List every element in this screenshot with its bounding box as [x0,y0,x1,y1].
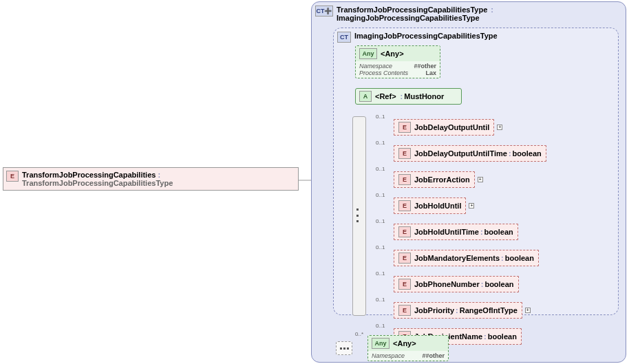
element-name: JobDelayOutputUntil [414,123,489,131]
bottom-any-ns-label: Namespace [372,352,405,359]
ct-inner-badge: CT [337,32,351,43]
element-row: 0..1EJobErrorAction+ [394,171,546,188]
expand-icon[interactable]: + [497,125,502,130]
ct-base: ImagingJobProcessingCapabilitiesType [337,14,480,22]
element-badge: E [398,305,411,316]
element-type: boolean [513,149,542,158]
bottom-occurs: 0..* [355,331,363,337]
element-badge: E [398,122,411,133]
element-badge: E [398,226,411,237]
element-type: boolean [488,332,517,341]
element-box[interactable]: EJobDelayOutputUntil [394,119,494,136]
bottom-any-wildcard: Any <Any> Namespace ##other [367,335,449,361]
bottom-sequence: 0..* Any <Any> Namespace ##other [336,335,449,361]
element-row: 0..1EJobHoldUntil+ [394,197,546,214]
ct-inner-name: ImagingJobProcessingCapabilitiesType [354,32,498,40]
element-badge: E [398,279,411,290]
occurs-label: 0..1 [376,114,385,120]
occurs-label: 0..1 [376,270,385,277]
element-box[interactable]: EJobDelayOutputUntilTime : boolean [394,145,546,162]
element-row: 0..1EJobHoldUntilTime : boolean [394,224,546,240]
bottom-any-ns-value: ##other [423,352,445,359]
occurs-label: 0..1 [376,166,385,172]
any-wildcard: Any <Any> Namespace ##other Process Cont… [355,45,440,78]
any-pc-value: Lax [425,69,436,76]
element-type: RangeOfIntType [460,306,518,314]
bottom-any-badge: Any [372,338,390,349]
ct-badge: CT➕ [315,6,333,17]
sequence-dots-icon [356,208,362,222]
element-name: JobErrorAction [414,175,470,184]
element-row: 0..1EJobDelayOutputUntilTime : boolean [394,145,546,162]
element-row: 0..1EJobPriority : RangeOfIntType+ [394,302,546,319]
element-name: JobHoldUntil [414,202,461,210]
element-badge: E [398,148,411,159]
ref-name: MustHonor [404,92,444,100]
element-type: boolean [484,228,513,236]
ref-label: <Ref> [375,92,396,100]
bottom-any-label: <Any> [393,339,416,347]
any-ns-label: Namespace [359,63,392,69]
choice-icon [336,341,352,355]
element-row: 0..1EJobMandatoryElements : boolean [394,250,546,266]
occurs-label: 0..1 [376,297,385,303]
complex-type-header: CT➕ TransformJobProcessingCapabilitiesTy… [315,6,622,22]
occurs-label: 0..1 [376,140,385,146]
element-box[interactable]: EJobMandatoryElements : boolean [394,250,539,266]
ct-name: TransformJobProcessingCapabilitiesType [337,6,487,14]
attr-badge: A [359,91,372,102]
element-badge: E [398,200,411,211]
expand-icon[interactable]: + [469,203,474,208]
element-box[interactable]: EJobErrorAction [394,171,475,188]
element-name: JobHoldUntilTime [414,228,479,236]
any-badge: Any [359,48,377,59]
root-element-name: TransformJobProcessingCapabilities [22,171,156,179]
any-ns-value: ##other [414,63,436,69]
any-pc-label: Process Contents [359,69,408,76]
attribute-ref: A <Ref> : MustHonor [355,88,462,105]
element-name: JobPriority [414,306,454,314]
root-element: E TransformJobProcessingCapabilities : T… [3,167,299,191]
element-row: 0..1EJobPhoneNumber : boolean [394,276,546,292]
occurs-label: 0..1 [376,218,385,224]
occurs-label: 0..1 [376,323,385,329]
element-badge: E [6,171,19,182]
element-name: JobDelayOutputUntilTime [414,149,507,158]
element-box[interactable]: EJobHoldUntil [394,197,466,214]
occurs-label: 0..1 [376,192,385,198]
root-element-type: TransformJobProcessingCapabilitiesType [22,179,173,187]
element-type: boolean [505,254,534,262]
element-row: 0..1EJobDelayOutputUntil+ [394,119,546,136]
element-name: JobPhoneNumber [414,280,480,288]
any-label: <Any> [381,50,404,58]
element-name: JobMandatoryElements [414,254,500,262]
element-box[interactable]: EJobHoldUntilTime : boolean [394,224,518,240]
element-box[interactable]: EJobPriority : RangeOfIntType [394,302,522,319]
element-badge: E [398,253,411,264]
occurs-label: 0..1 [376,244,385,250]
element-box[interactable]: EJobPhoneNumber : boolean [394,276,519,292]
expand-icon[interactable]: + [478,177,483,182]
element-type: boolean [484,280,513,288]
element-badge: E [398,174,411,185]
expand-icon[interactable]: + [525,308,531,313]
element-list: 0..1EJobDelayOutputUntil+0..1EJobDelayOu… [394,119,546,354]
